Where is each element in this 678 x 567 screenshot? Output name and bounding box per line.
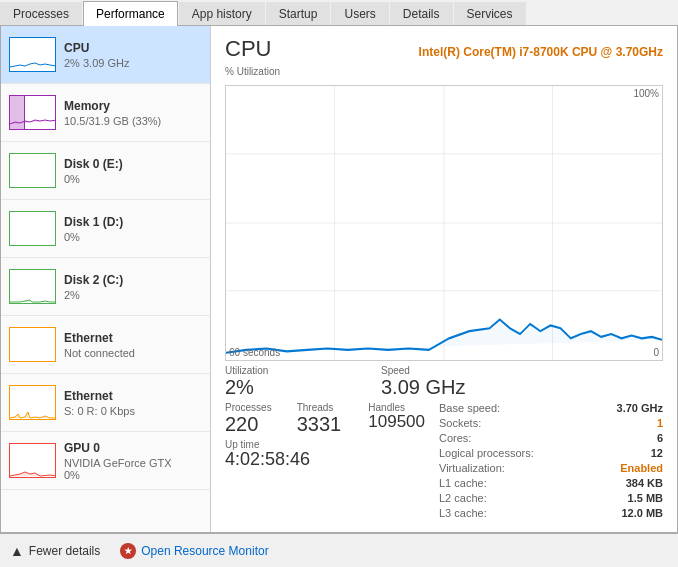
eth0-info: Ethernet Not connected	[64, 331, 202, 359]
disk1-detail: 0%	[64, 231, 202, 243]
info-cores: Cores: 6	[439, 432, 663, 444]
info-logical: Logical processors: 12	[439, 447, 663, 459]
disk1-thumbnail	[9, 211, 56, 246]
util-label: % Utilization	[225, 66, 663, 77]
disk0-info: Disk 0 (E:) 0%	[64, 157, 202, 185]
info-l3: L3 cache: 12.0 MB	[439, 507, 663, 519]
tab-app-history[interactable]: App history	[179, 2, 265, 25]
tab-startup[interactable]: Startup	[266, 2, 331, 25]
main-content: CPU 2% 3.09 GHz Memory 10.5/31.9 GB (33%…	[0, 26, 678, 533]
memory-detail: 10.5/31.9 GB (33%)	[64, 115, 202, 127]
eth0-thumbnail	[9, 327, 56, 362]
stat-handles: Handles 109500	[368, 402, 425, 435]
chart-label-100: 100%	[633, 88, 659, 99]
info-virtualization: Virtualization: Enabled	[439, 462, 663, 474]
cpu-info-section	[537, 365, 663, 398]
eth1-name: Ethernet	[64, 389, 202, 403]
info-base-speed: Base speed: 3.70 GHz	[439, 402, 663, 414]
sidebar-item-memory[interactable]: Memory 10.5/31.9 GB (33%)	[1, 84, 210, 142]
disk2-thumbnail	[9, 269, 56, 304]
sidebar-item-disk1[interactable]: Disk 1 (D:) 0%	[1, 200, 210, 258]
disk0-thumbnail	[9, 153, 56, 188]
stat-threads: Threads 3331	[297, 402, 353, 435]
gpu0-name: GPU 0	[64, 441, 202, 455]
left-stats: Processes 220 Threads 3331 Handles 10950…	[225, 402, 425, 522]
tab-performance[interactable]: Performance	[83, 1, 178, 26]
tab-processes[interactable]: Processes	[0, 2, 82, 25]
cpu-info: CPU 2% 3.09 GHz	[64, 41, 202, 69]
sidebar-item-eth1[interactable]: Ethernet S: 0 R: 0 Kbps	[1, 374, 210, 432]
stats-top-row: Utilization 2% Speed 3.09 GHz	[225, 365, 663, 398]
eth0-name: Ethernet	[64, 331, 202, 345]
disk1-name: Disk 1 (D:)	[64, 215, 202, 229]
sidebar-item-disk2[interactable]: Disk 2 (C:) 2%	[1, 258, 210, 316]
stat-utilization: Utilization 2%	[225, 365, 351, 398]
disk2-name: Disk 2 (C:)	[64, 273, 202, 287]
eth1-thumbnail	[9, 385, 56, 420]
info-sockets: Sockets: 1	[439, 417, 663, 429]
sidebar-item-gpu0[interactable]: GPU 0 NVIDIA GeForce GTX 0%	[1, 432, 210, 490]
disk0-name: Disk 0 (E:)	[64, 157, 202, 171]
stat-uptime: Up time 4:02:58:46	[225, 439, 425, 470]
cpu-header: CPU Intel(R) Core(TM) i7-8700K CPU @ 3.7…	[225, 36, 663, 62]
chart-label-60s: 60 seconds	[229, 347, 280, 358]
bottom-bar: ▲ Fewer details ★ Open Resource Monitor	[0, 533, 678, 567]
eth1-detail: S: 0 R: 0 Kbps	[64, 405, 202, 417]
right-panel: CPU Intel(R) Core(TM) i7-8700K CPU @ 3.7…	[211, 26, 677, 532]
stats-row2: Processes 220 Threads 3331 Handles 10950…	[225, 402, 425, 435]
resource-monitor-icon: ★	[120, 543, 136, 559]
cpu-name: CPU	[64, 41, 202, 55]
memory-name: Memory	[64, 99, 202, 113]
fewer-details-label: Fewer details	[29, 544, 100, 558]
info-l1: L1 cache: 384 KB	[439, 477, 663, 489]
cpu-detail: 2% 3.09 GHz	[64, 57, 202, 69]
info-l2: L2 cache: 1.5 MB	[439, 492, 663, 504]
sidebar-item-eth0[interactable]: Ethernet Not connected	[1, 316, 210, 374]
gpu0-thumbnail	[9, 443, 56, 478]
chart-label-0: 0	[653, 347, 659, 358]
tab-services[interactable]: Services	[454, 2, 526, 25]
disk2-info: Disk 2 (C:) 2%	[64, 273, 202, 301]
eth0-detail: Not connected	[64, 347, 202, 359]
sidebar-item-disk0[interactable]: Disk 0 (E:) 0%	[1, 142, 210, 200]
bottom-section: Processes 220 Threads 3331 Handles 10950…	[225, 402, 663, 522]
right-info: Base speed: 3.70 GHz Sockets: 1 Cores: 6…	[439, 402, 663, 522]
eth1-info: Ethernet S: 0 R: 0 Kbps	[64, 389, 202, 417]
stat-speed: Speed 3.09 GHz	[381, 365, 507, 398]
sidebar-item-cpu[interactable]: CPU 2% 3.09 GHz	[1, 26, 210, 84]
memory-thumbnail	[9, 95, 56, 130]
gpu0-info: GPU 0 NVIDIA GeForce GTX 0%	[64, 441, 202, 481]
cpu-thumbnail	[9, 37, 56, 72]
gpu0-detail: NVIDIA GeForce GTX 0%	[64, 457, 202, 481]
fewer-details-button[interactable]: ▲ Fewer details	[10, 543, 100, 559]
tab-details[interactable]: Details	[390, 2, 453, 25]
stat-processes: Processes 220	[225, 402, 281, 435]
chevron-up-icon: ▲	[10, 543, 24, 559]
open-monitor-label: Open Resource Monitor	[141, 544, 268, 558]
cpu-title: CPU	[225, 36, 271, 62]
open-resource-monitor-link[interactable]: ★ Open Resource Monitor	[120, 543, 268, 559]
cpu-model: Intel(R) Core(TM) i7-8700K CPU @ 3.70GHz	[419, 45, 663, 59]
disk1-info: Disk 1 (D:) 0%	[64, 215, 202, 243]
sidebar: CPU 2% 3.09 GHz Memory 10.5/31.9 GB (33%…	[1, 26, 211, 532]
disk0-detail: 0%	[64, 173, 202, 185]
memory-info: Memory 10.5/31.9 GB (33%)	[64, 99, 202, 127]
cpu-chart: 100% 0 60 seconds	[225, 85, 663, 361]
tab-bar: Processes Performance App history Startu…	[0, 0, 678, 26]
disk2-detail: 2%	[64, 289, 202, 301]
tab-users[interactable]: Users	[331, 2, 388, 25]
